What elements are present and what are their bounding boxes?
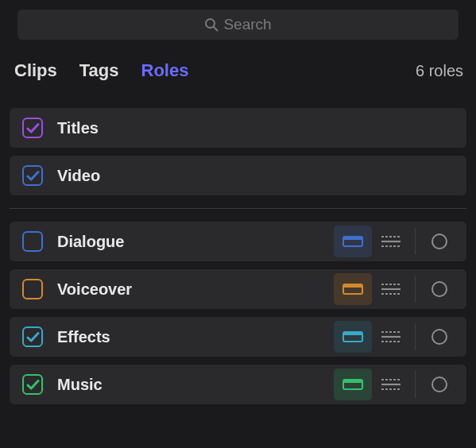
role-checkbox[interactable] [22, 326, 43, 347]
controls-divider [415, 323, 416, 350]
roles-divider [10, 208, 466, 209]
solo-button[interactable] [420, 321, 459, 353]
svg-rect-13 [343, 332, 362, 335]
search-placeholder: Search [223, 16, 271, 33]
role-label: Titles [57, 119, 459, 137]
tab-roles[interactable]: Roles [141, 60, 189, 81]
svg-rect-18 [343, 380, 362, 383]
solo-button[interactable] [420, 273, 459, 305]
role-checkbox[interactable] [22, 165, 43, 186]
controls-divider [415, 371, 416, 398]
role-label: Music [57, 376, 334, 394]
role-checkbox[interactable] [22, 118, 43, 138]
role-controls [334, 273, 459, 305]
controls-divider [415, 228, 416, 255]
role-checkbox[interactable] [22, 231, 43, 252]
show-lane-button[interactable] [334, 273, 372, 305]
roles-count: 6 roles [416, 62, 463, 80]
svg-line-1 [214, 27, 218, 31]
role-checkbox[interactable] [22, 374, 43, 395]
role-row-video[interactable]: Video [10, 156, 466, 195]
role-label: Effects [57, 328, 334, 346]
svg-rect-8 [343, 284, 362, 288]
role-row-effects[interactable]: Effects [10, 317, 466, 357]
tab-clips[interactable]: Clips [14, 60, 57, 81]
search-field[interactable]: Search [17, 10, 459, 40]
svg-rect-3 [343, 237, 362, 240]
collapse-subroles-button[interactable] [372, 226, 410, 257]
role-label: Voiceover [57, 280, 334, 299]
show-lane-button[interactable] [334, 226, 372, 257]
collapse-subroles-button[interactable] [372, 321, 410, 353]
show-lane-button[interactable] [334, 369, 372, 400]
role-label: Video [57, 167, 459, 185]
solo-button[interactable] [420, 226, 459, 257]
solo-button[interactable] [420, 369, 459, 400]
controls-divider [415, 276, 416, 303]
show-lane-button[interactable] [334, 321, 372, 353]
role-controls [334, 369, 459, 400]
tab-tags[interactable]: Tags [79, 60, 119, 81]
search-icon [204, 17, 219, 32]
index-tabs: Clips Tags Roles 6 roles [0, 40, 476, 100]
collapse-subroles-button[interactable] [372, 369, 410, 400]
role-controls [334, 226, 459, 257]
collapse-subroles-button[interactable] [372, 273, 410, 305]
role-controls [334, 321, 459, 353]
role-row-music[interactable]: Music [10, 365, 466, 404]
role-label: Dialogue [57, 233, 334, 251]
roles-list: Titles Video Dialogue Voiceove [0, 100, 476, 423]
role-checkbox[interactable] [22, 279, 43, 299]
role-row-voiceover[interactable]: Voiceover [10, 269, 466, 309]
role-row-titles[interactable]: Titles [10, 108, 466, 148]
role-row-dialogue[interactable]: Dialogue [10, 222, 466, 261]
